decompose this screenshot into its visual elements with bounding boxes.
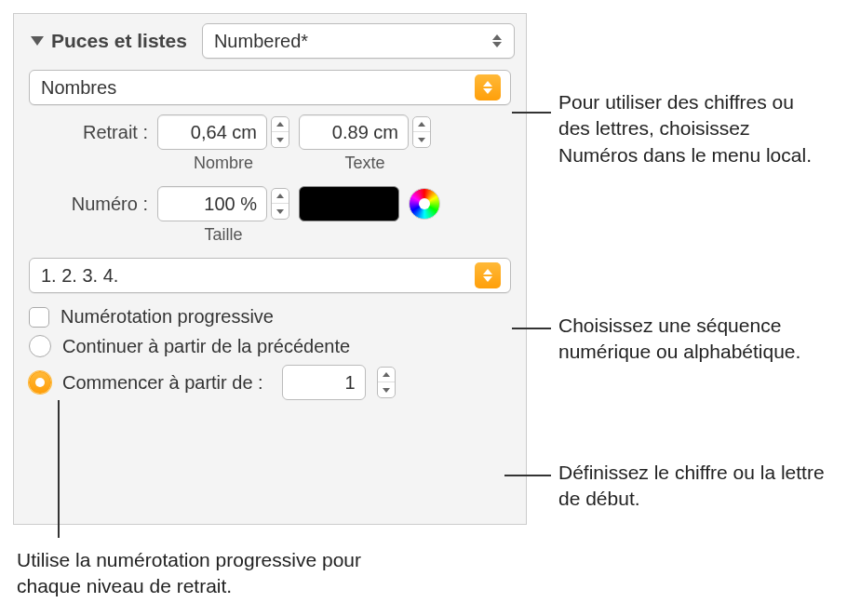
- color-wheel-icon[interactable]: [409, 188, 440, 220]
- indent-text-stepper[interactable]: [412, 116, 431, 148]
- start-from-stepper[interactable]: [377, 367, 396, 398]
- start-from-input[interactable]: 1: [282, 365, 366, 400]
- callout-text: Choisissez une séquence numérique ou alp…: [558, 313, 828, 366]
- callout-text: Utilise la numérotation progressive pour…: [17, 547, 417, 600]
- section-title: Puces et listes: [51, 30, 187, 52]
- section-header: Puces et listes Numbered*: [25, 23, 515, 59]
- indent-text-sublabel: Texte: [344, 154, 384, 173]
- indent-label: Retrait :: [29, 114, 148, 143]
- disclosure-triangle-icon[interactable]: [31, 36, 44, 46]
- indent-number-input[interactable]: 0,64 cm: [157, 114, 267, 150]
- list-style-value: Numbered*: [214, 31, 490, 52]
- number-label: Numéro :: [29, 186, 148, 215]
- marker-type-value: Nombres: [41, 77, 475, 99]
- indent-number-stepper[interactable]: [271, 116, 289, 148]
- sequence-value: 1. 2. 3. 4.: [41, 265, 475, 287]
- start-from-label: Commencer à partir de :: [62, 372, 263, 394]
- list-format-panel: Puces et listes Numbered* Nombres Retrai…: [13, 13, 527, 525]
- progressive-label: Numérotation progressive: [60, 306, 274, 328]
- indent-row: Retrait : 0,64 cm Nombre 0.89 cm Texte: [29, 114, 511, 173]
- callout-text: Définissez le chiffre ou la lettre de dé…: [558, 460, 828, 513]
- indent-number-sublabel: Nombre: [194, 154, 253, 173]
- updown-icon: [475, 262, 501, 288]
- indent-text-input[interactable]: 0.89 cm: [299, 114, 409, 150]
- number-color-swatch[interactable]: [299, 186, 399, 221]
- continue-label: Continuer à partir de la précédente: [62, 336, 350, 357]
- sequence-dropdown[interactable]: 1. 2. 3. 4.: [29, 258, 511, 293]
- number-size-sublabel: Taille: [204, 225, 242, 245]
- callout-line: [512, 328, 551, 329]
- number-row: Numéro : 100 % Taille: [29, 186, 511, 245]
- marker-type-dropdown[interactable]: Nombres: [29, 70, 511, 105]
- callout-line: [58, 400, 60, 538]
- callout-line: [512, 112, 551, 114]
- callout-text: Pour utiliser des chiffres ou des lettre…: [558, 89, 828, 168]
- continue-radio[interactable]: [29, 335, 51, 357]
- callout-line: [504, 475, 551, 476]
- updown-icon: [475, 74, 501, 100]
- number-size-input[interactable]: 100 %: [157, 186, 267, 221]
- number-size-stepper[interactable]: [271, 188, 289, 220]
- start-from-radio[interactable]: [29, 371, 51, 394]
- updown-icon: [490, 34, 504, 47]
- list-style-dropdown[interactable]: Numbered*: [202, 23, 515, 59]
- progressive-checkbox[interactable]: [29, 307, 49, 328]
